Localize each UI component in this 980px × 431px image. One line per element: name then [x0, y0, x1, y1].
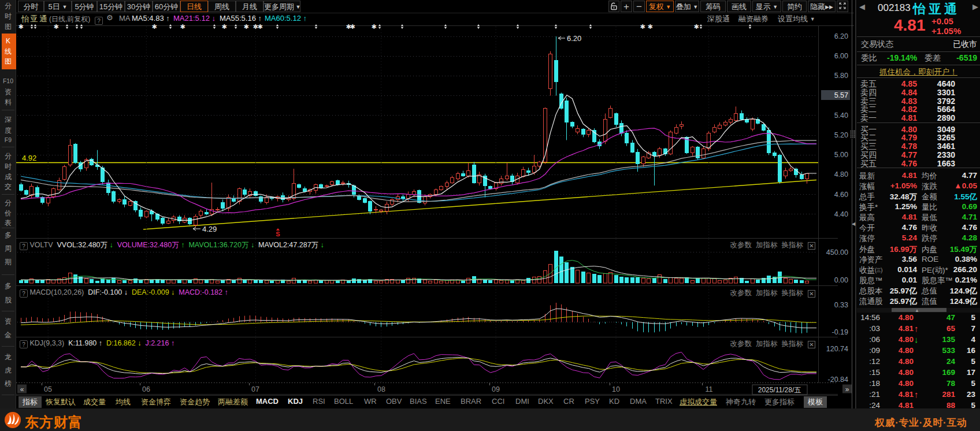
svg-text:5.80: 5.80 [834, 72, 848, 80]
svg-text:✱: ✱ [371, 23, 376, 30]
svg-text:S: S [276, 231, 280, 237]
svg-text:✱: ✱ [257, 23, 262, 30]
svg-text:06: 06 [142, 385, 150, 393]
svg-text:6.20: 6.20 [567, 34, 581, 43]
svg-text:5.20: 5.20 [834, 131, 848, 139]
svg-text:11: 11 [706, 385, 713, 393]
svg-text:✱: ✱ [647, 23, 652, 30]
svg-text:«: « [20, 385, 24, 393]
svg-text:✱: ✱ [640, 23, 645, 30]
svg-text:6.20: 6.20 [834, 32, 848, 40]
svg-text:-0.19: -0.19 [832, 328, 849, 336]
svg-text:6.00: 6.00 [834, 52, 848, 60]
svg-text:10: 10 [612, 385, 620, 393]
svg-text:09: 09 [492, 385, 500, 393]
svg-text:✱: ✱ [243, 23, 248, 30]
svg-text:4.40: 4.40 [834, 210, 848, 218]
svg-text:2025/11/28/五: 2025/11/28/五 [758, 386, 801, 394]
svg-text:✱: ✱ [180, 23, 185, 30]
svg-text:✱: ✱ [151, 23, 157, 30]
svg-text:05: 05 [44, 385, 52, 393]
svg-text:✱: ✱ [53, 23, 58, 30]
svg-text:4.92: 4.92 [22, 154, 36, 162]
svg-text:5.00: 5.00 [834, 151, 848, 159]
svg-text:-20.84: -20.84 [828, 376, 848, 384]
svg-text:✱: ✱ [221, 23, 227, 30]
svg-text:0.00: 0.00 [834, 276, 848, 284]
svg-text:120.74: 120.74 [826, 345, 848, 353]
svg-text:5.40: 5.40 [834, 112, 848, 120]
svg-text:5.57: 5.57 [834, 91, 848, 99]
svg-text:08: 08 [377, 385, 385, 393]
svg-text:4.60: 4.60 [834, 191, 848, 199]
svg-text:4.29: 4.29 [202, 225, 217, 233]
svg-text:4.80: 4.80 [834, 170, 848, 179]
svg-text:450.00: 450.00 [826, 248, 848, 257]
svg-text:»: » [845, 385, 849, 393]
svg-text:0.33: 0.33 [834, 301, 848, 309]
svg-text:✱: ✱ [18, 23, 23, 30]
svg-text:07: 07 [251, 385, 259, 393]
svg-text:✱: ✱ [350, 23, 355, 30]
svg-text:✱: ✱ [693, 23, 699, 30]
